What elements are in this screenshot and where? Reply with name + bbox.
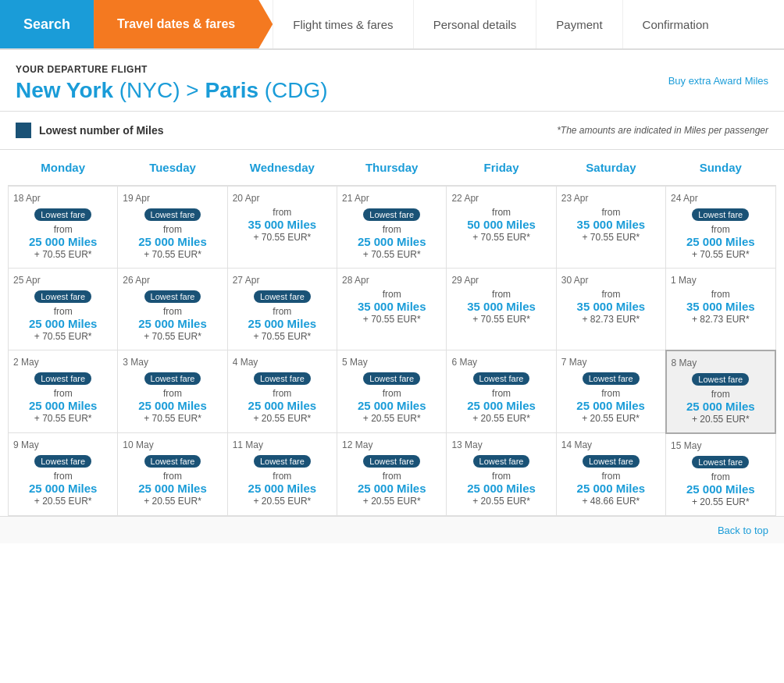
lowest-fare-badge: Lowest fare [254,455,311,468]
table-row[interactable]: 4 MayLowest farefrom25 000 Miles+ 20.55 … [227,350,337,433]
lowest-fare-badge: Lowest fare [34,290,91,303]
eur-amount: + 70.55 EUR* [342,314,441,325]
from-label: from [13,471,112,482]
from-label: from [451,289,551,300]
table-row[interactable]: 2 MayLowest farefrom25 000 Miles+ 70.55 … [9,350,118,433]
eur-amount: + 48.66 EUR* [561,496,661,507]
date-label: 20 Apr [233,193,332,204]
date-label: 28 Apr [342,275,441,286]
lowest-fare-badge: Lowest fare [254,290,311,303]
date-label: 11 May [233,439,332,450]
table-row[interactable]: 23 Aprfrom35 000 Miles+ 70.55 EUR* [556,186,665,269]
nav-travel[interactable]: Travel dates & fares [94,0,273,48]
table-row[interactable]: 13 MayLowest farefrom25 000 Miles+ 20.55… [447,433,556,516]
from-label: from [672,389,770,400]
nav-flight-times[interactable]: Flight times & fares [273,0,412,48]
table-row[interactable]: 11 MayLowest farefrom25 000 Miles+ 20.55… [227,433,337,516]
miles-info-bar: Lowest number of Miles *The amounts are … [0,112,784,150]
table-row[interactable]: 7 MayLowest farefrom25 000 Miles+ 20.55 … [556,350,665,433]
calendar-day-header: Wednesday [227,150,337,186]
eur-amount: + 70.55 EUR* [561,232,661,243]
table-row[interactable]: 3 MayLowest farefrom25 000 Miles+ 70.55 … [118,350,227,433]
arrow-icon: > [186,78,205,102]
table-row[interactable]: 20 Aprfrom35 000 Miles+ 70.55 EUR* [227,186,337,269]
eur-amount: + 20.55 EUR* [561,413,661,424]
table-row[interactable]: 28 Aprfrom35 000 Miles+ 70.55 EUR* [337,269,447,350]
from-label: from [13,388,112,399]
eur-amount: + 70.55 EUR* [123,413,222,424]
table-row[interactable]: 6 MayLowest farefrom25 000 Miles+ 20.55 … [447,350,556,433]
from-label: from [123,471,222,482]
date-label: 27 Apr [233,275,332,286]
from-label: from [13,306,112,317]
calendar-day-header: Friday [447,150,556,186]
page-header: YOUR DEPARTURE FLIGHT New York (NYC) > P… [0,50,784,112]
from-label: from [233,306,332,317]
eur-amount: + 20.55 EUR* [671,496,770,507]
table-row[interactable]: 15 MayLowest farefrom25 000 Miles+ 20.55… [666,433,775,516]
table-row[interactable]: 22 Aprfrom50 000 Miles+ 70.55 EUR* [447,186,556,269]
from-label: from [342,224,441,235]
lowest-fare-badge: Lowest fare [583,372,640,385]
nav-payment[interactable]: Payment [536,0,622,48]
miles-amount: 25 000 Miles [451,482,551,496]
eur-amount: + 70.55 EUR* [13,413,112,424]
date-label: 6 May [451,357,551,368]
table-row[interactable]: 8 MayLowest farefrom25 000 Miles+ 20.55 … [666,350,775,433]
table-row[interactable]: 9 MayLowest farefrom25 000 Miles+ 20.55 … [9,433,118,516]
nav-bar: Search Travel dates & fares Flight times… [0,0,784,50]
buy-miles-link[interactable]: Buy extra Award Miles [668,75,768,87]
nav-confirmation[interactable]: Confirmation [622,0,729,48]
calendar-day-header: Monday [9,150,118,186]
from-label: from [342,471,441,482]
lowest-miles: Lowest number of Miles [16,123,163,138]
nav-personal[interactable]: Personal details [413,0,536,48]
from-label: from [123,224,222,235]
eur-amount: + 20.55 EUR* [123,496,222,507]
nav-search[interactable]: Search [0,0,94,48]
table-row[interactable]: 29 Aprfrom35 000 Miles+ 70.55 EUR* [447,269,556,350]
lowest-fare-badge: Lowest fare [363,455,420,468]
table-row[interactable]: 10 MayLowest farefrom25 000 Miles+ 20.55… [118,433,227,516]
calendar-day-header: Sunday [666,150,775,186]
eur-amount: + 20.55 EUR* [451,413,551,424]
date-label: 10 May [123,439,222,450]
miles-amount: 25 000 Miles [561,482,661,496]
from-label: from [561,289,661,300]
eur-amount: + 70.55 EUR* [233,331,332,342]
table-row[interactable]: 25 AprLowest farefrom25 000 Miles+ 70.55… [9,269,118,350]
table-row[interactable]: 27 AprLowest farefrom25 000 Miles+ 70.55… [227,269,337,350]
from-label: from [123,388,222,399]
miles-amount: 25 000 Miles [233,317,332,331]
nav-flight-times-label: Flight times & fares [293,18,393,31]
calendar-container: MondayTuesdayWednesdayThursdayFridaySatu… [0,150,784,516]
date-label: 5 May [342,357,441,368]
table-row[interactable]: 19 AprLowest farefrom25 000 Miles+ 70.55… [118,186,227,269]
date-label: 14 May [561,439,661,450]
eur-amount: + 20.55 EUR* [672,414,770,425]
table-row[interactable]: 1 Mayfrom35 000 Miles+ 82.73 EUR* [666,269,775,350]
from-label: from [13,224,112,235]
lowest-fare-badge: Lowest fare [692,456,749,468]
table-row[interactable]: 26 AprLowest farefrom25 000 Miles+ 70.55… [118,269,227,350]
miles-amount: 35 000 Miles [561,300,661,314]
nav-confirmation-label: Confirmation [643,18,709,31]
from-label: from [451,207,551,218]
table-row[interactable]: 24 AprLowest farefrom25 000 Miles+ 70.55… [666,186,775,269]
table-row[interactable]: 12 MayLowest farefrom25 000 Miles+ 20.55… [337,433,447,516]
lowest-fare-badge: Lowest fare [363,372,420,385]
table-row[interactable]: 30 Aprfrom35 000 Miles+ 82.73 EUR* [556,269,665,350]
back-to-top-link[interactable]: Back to top [718,525,768,536]
from-label: from [671,224,770,235]
from-label: from [123,306,222,317]
miles-note: *The amounts are indicated in Miles per … [557,125,768,136]
date-label: 9 May [13,439,112,450]
table-row[interactable]: 18 AprLowest farefrom25 000 Miles+ 70.55… [9,186,118,269]
date-label: 15 May [671,440,770,451]
table-row[interactable]: 21 AprLowest farefrom25 000 Miles+ 70.55… [337,186,447,269]
eur-amount: + 20.55 EUR* [233,496,332,507]
table-row[interactable]: 14 MayLowest farefrom25 000 Miles+ 48.66… [556,433,665,516]
table-row[interactable]: 5 MayLowest farefrom25 000 Miles+ 20.55 … [337,350,447,433]
from-label: from [561,471,661,482]
eur-amount: + 70.55 EUR* [451,314,551,325]
